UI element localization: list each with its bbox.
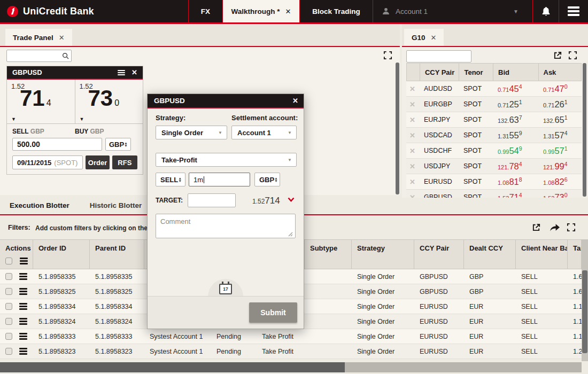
order-ccy-selector[interactable]: GBP ▲▼ bbox=[254, 173, 280, 186]
rates-search[interactable] bbox=[406, 50, 471, 63]
target-input[interactable] bbox=[188, 193, 236, 207]
fx-ask-price[interactable]: 0.71261 bbox=[538, 99, 582, 110]
tab-trade-panel[interactable]: Trade Panel ✕ bbox=[5, 29, 72, 46]
fx-ask-price[interactable]: 132.651 bbox=[538, 114, 582, 125]
comment-textarea[interactable] bbox=[156, 214, 296, 238]
blotter-header-cell[interactable]: CCY Pair bbox=[414, 240, 464, 269]
remove-pair-icon[interactable]: ✕ bbox=[409, 100, 415, 108]
actions-menu-icon[interactable] bbox=[20, 258, 28, 264]
fx-header-tenor[interactable]: Tenor bbox=[459, 64, 493, 81]
ask-tile[interactable]: 1.52 730 ▼ bbox=[75, 80, 143, 123]
fx-ask-price[interactable]: 1.08826 bbox=[538, 176, 582, 187]
resize-handle-icon[interactable] bbox=[288, 232, 293, 237]
account-selector[interactable]: Account 1 ▼ bbox=[373, 0, 532, 22]
close-tab-icon[interactable]: ✕ bbox=[285, 7, 291, 15]
blotter-row[interactable]: 5.1.89583235.1.8958323Systest Account 1P… bbox=[0, 344, 582, 359]
order-amount-input[interactable]: 1m bbox=[189, 173, 250, 186]
remove-pair-icon[interactable]: ✕ bbox=[409, 178, 415, 186]
blotter-header-cell[interactable]: Targ bbox=[568, 240, 582, 269]
spinner-icon[interactable]: ▲▼ bbox=[124, 142, 127, 147]
fx-ask-price[interactable]: 0.99571 bbox=[538, 145, 582, 156]
blotter-header-cell[interactable]: Order ID bbox=[33, 240, 90, 269]
fx-bid-price[interactable]: 1.08818 bbox=[493, 176, 538, 187]
blotter-vscrollbar[interactable] bbox=[582, 239, 588, 361]
tab-execution-blotter[interactable]: Execution Blotter bbox=[10, 201, 69, 209]
select-all-checkbox[interactable] bbox=[5, 258, 12, 264]
close-ticket-icon[interactable]: ✕ bbox=[131, 68, 137, 76]
maximize-panel-icon[interactable] bbox=[568, 51, 577, 60]
search-input[interactable] bbox=[7, 52, 62, 60]
row-menu-icon[interactable] bbox=[19, 273, 27, 280]
fx-header-ccy-pair[interactable]: CCY Pair bbox=[420, 64, 459, 81]
row-checkbox[interactable] bbox=[5, 273, 12, 280]
popout-icon[interactable] bbox=[532, 223, 541, 232]
row-menu-icon[interactable] bbox=[19, 318, 27, 325]
hscroll-thumb[interactable] bbox=[0, 362, 345, 372]
amount-input[interactable] bbox=[12, 138, 102, 151]
rfs-button[interactable]: RFS bbox=[112, 155, 137, 169]
close-tab-icon[interactable]: ✕ bbox=[59, 34, 65, 42]
remove-pair-icon[interactable]: ✕ bbox=[409, 85, 415, 93]
fx-header-bid[interactable]: Bid bbox=[493, 64, 538, 81]
remove-pair-icon[interactable]: ✕ bbox=[409, 131, 415, 139]
tab-g10[interactable]: G10 ✕ bbox=[404, 29, 444, 46]
dialog-header[interactable]: GBPUSD ✕ bbox=[148, 94, 304, 108]
blotter-header-cell[interactable]: Dealt CCY bbox=[464, 240, 516, 269]
strategy-select[interactable]: Single Order ▼ bbox=[156, 126, 227, 139]
close-tab-icon[interactable]: ✕ bbox=[431, 34, 437, 42]
notifications-button[interactable] bbox=[532, 0, 559, 22]
tab-historic-blotter[interactable]: Historic Blotter bbox=[90, 201, 142, 209]
share-icon[interactable] bbox=[549, 223, 560, 232]
remove-pair-icon[interactable]: ✕ bbox=[409, 162, 415, 170]
spinner-icon[interactable]: ▲▼ bbox=[179, 177, 182, 183]
ccy-selector[interactable]: GBP ▲▼ bbox=[105, 138, 131, 151]
remove-pair-icon[interactable]: ✕ bbox=[409, 193, 415, 198]
ticket-menu-icon[interactable] bbox=[118, 70, 125, 75]
blotter-header-cell[interactable]: Client Near Bas bbox=[516, 240, 568, 269]
instrument-search[interactable] bbox=[6, 50, 72, 62]
rates-search-input[interactable] bbox=[407, 51, 471, 62]
row-menu-icon[interactable] bbox=[19, 288, 27, 295]
order-type-select[interactable]: Take-Profit ▼ bbox=[156, 153, 297, 167]
submit-button[interactable]: Submit bbox=[249, 302, 297, 323]
popout-icon[interactable] bbox=[553, 51, 562, 60]
row-checkbox[interactable] bbox=[5, 303, 12, 310]
fx-bid-price[interactable]: 121.784 bbox=[493, 161, 538, 172]
blotter-header-cell[interactable]: Parent ID bbox=[90, 240, 144, 269]
order-button[interactable]: Order bbox=[86, 155, 109, 169]
fx-header-ask[interactable]: Ask bbox=[538, 64, 582, 81]
maximize-panel-icon[interactable] bbox=[567, 223, 576, 232]
remove-pair-icon[interactable]: ✕ bbox=[409, 116, 415, 124]
bid-tile[interactable]: 1.52 714 ▼ bbox=[7, 80, 75, 123]
fx-bid-price[interactable]: 132.637 bbox=[493, 114, 538, 125]
fx-bid-price[interactable]: 1.31559 bbox=[493, 130, 538, 141]
row-checkbox[interactable] bbox=[5, 348, 12, 355]
tab-fx[interactable]: FX bbox=[188, 0, 222, 22]
maximize-panel-icon[interactable] bbox=[383, 51, 392, 60]
spinner-icon[interactable]: ▲▼ bbox=[274, 177, 277, 183]
fx-ask-price[interactable]: 1.31574 bbox=[538, 130, 582, 141]
row-menu-icon[interactable] bbox=[19, 303, 27, 310]
live-price[interactable]: 1.52714 bbox=[252, 196, 280, 206]
blotter-row[interactable]: 5.1.89583335.1.8958333Systest Account 1P… bbox=[0, 329, 582, 344]
blotter-header-cell[interactable]: Strategy bbox=[352, 240, 414, 269]
tab-walkthrough[interactable]: Walkthrough * ✕ bbox=[222, 0, 299, 22]
rates-scrollbar[interactable] bbox=[583, 63, 586, 197]
close-dialog-icon[interactable]: ✕ bbox=[292, 97, 304, 105]
calendar-bump[interactable]: 17 bbox=[208, 279, 243, 297]
tab-block-trading[interactable]: Block Trading bbox=[299, 0, 373, 22]
row-checkbox[interactable] bbox=[5, 333, 12, 340]
row-checkbox[interactable] bbox=[5, 318, 12, 325]
row-menu-icon[interactable] bbox=[19, 348, 27, 355]
workspace-scrollbar[interactable] bbox=[396, 63, 399, 194]
row-menu-icon[interactable] bbox=[19, 333, 27, 340]
blotter-header-cell[interactable]: Subtype bbox=[305, 240, 352, 269]
side-selector[interactable]: SELL ▲▼ bbox=[156, 173, 185, 186]
row-checkbox[interactable] bbox=[5, 288, 12, 295]
main-menu-button[interactable] bbox=[559, 0, 588, 22]
calendar-icon[interactable]: 17 bbox=[219, 284, 232, 294]
fx-ask-price[interactable]: 121.994 bbox=[538, 161, 582, 172]
fx-bid-price[interactable]: 0.71454 bbox=[493, 83, 538, 94]
value-date-input[interactable]: 09/11/2015 (SPOT) bbox=[12, 155, 83, 169]
remove-pair-icon[interactable]: ✕ bbox=[409, 147, 415, 155]
